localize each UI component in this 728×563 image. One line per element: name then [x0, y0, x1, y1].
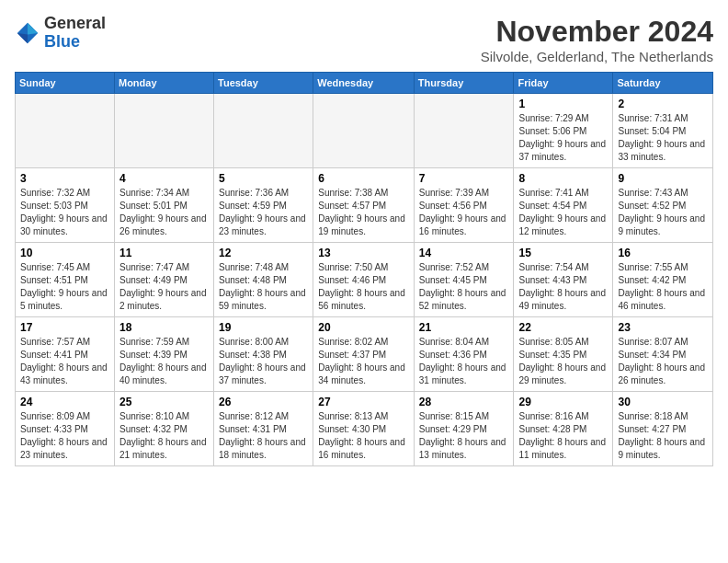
day-number: 22	[518, 321, 608, 334]
calendar-cell: 13Sunrise: 7:50 AM Sunset: 4:46 PM Dayli…	[313, 243, 415, 317]
svg-marker-2	[17, 33, 28, 43]
calendar-cell: 20Sunrise: 8:02 AM Sunset: 4:37 PM Dayli…	[313, 317, 415, 392]
weekday-header: Monday	[114, 73, 213, 94]
calendar-cell: 9Sunrise: 7:43 AM Sunset: 4:52 PM Daylig…	[613, 168, 713, 243]
day-info: Sunrise: 7:43 AM Sunset: 4:52 PM Dayligh…	[618, 187, 708, 238]
calendar-cell	[214, 94, 313, 168]
day-number: 25	[119, 396, 209, 408]
weekday-header: Tuesday	[214, 73, 313, 94]
day-info: Sunrise: 8:09 AM Sunset: 4:33 PM Dayligh…	[20, 410, 109, 462]
calendar-cell: 19Sunrise: 8:00 AM Sunset: 4:38 PM Dayli…	[214, 317, 313, 392]
day-number: 4	[119, 172, 209, 185]
day-info: Sunrise: 7:31 AM Sunset: 5:04 PM Dayligh…	[618, 112, 708, 164]
day-number: 26	[219, 396, 308, 408]
calendar-week-row: 1Sunrise: 7:29 AM Sunset: 5:06 PM Daylig…	[16, 94, 713, 168]
calendar-cell: 26Sunrise: 8:12 AM Sunset: 4:31 PM Dayli…	[214, 392, 313, 466]
day-number: 14	[419, 247, 509, 259]
day-number: 23	[618, 321, 708, 334]
day-info: Sunrise: 7:36 AM Sunset: 4:59 PM Dayligh…	[219, 187, 308, 238]
calendar-cell: 5Sunrise: 7:36 AM Sunset: 4:59 PM Daylig…	[214, 168, 313, 243]
day-info: Sunrise: 7:34 AM Sunset: 5:01 PM Dayligh…	[119, 187, 209, 238]
day-number: 15	[518, 247, 608, 259]
calendar-cell: 30Sunrise: 8:18 AM Sunset: 4:27 PM Dayli…	[613, 392, 713, 466]
day-info: Sunrise: 7:41 AM Sunset: 4:54 PM Dayligh…	[518, 187, 608, 238]
calendar-cell: 1Sunrise: 7:29 AM Sunset: 5:06 PM Daylig…	[514, 94, 613, 168]
page-header: General Blue November 2024 Silvolde, Gel…	[15, 15, 713, 64]
day-number: 30	[618, 396, 708, 408]
day-info: Sunrise: 7:32 AM Sunset: 5:03 PM Dayligh…	[20, 187, 109, 238]
calendar-cell: 11Sunrise: 7:47 AM Sunset: 4:49 PM Dayli…	[114, 243, 213, 317]
day-number: 18	[119, 321, 209, 334]
day-number: 6	[318, 172, 409, 185]
month-title: November 2024	[481, 15, 713, 49]
calendar-week-row: 10Sunrise: 7:45 AM Sunset: 4:51 PM Dayli…	[16, 243, 713, 317]
day-info: Sunrise: 8:12 AM Sunset: 4:31 PM Dayligh…	[219, 410, 308, 462]
weekday-header: Friday	[514, 73, 613, 94]
day-info: Sunrise: 8:00 AM Sunset: 4:38 PM Dayligh…	[219, 336, 308, 387]
day-number: 28	[419, 396, 509, 408]
day-info: Sunrise: 7:54 AM Sunset: 4:43 PM Dayligh…	[518, 261, 608, 313]
day-info: Sunrise: 7:57 AM Sunset: 4:41 PM Dayligh…	[20, 336, 109, 387]
calendar-week-row: 24Sunrise: 8:09 AM Sunset: 4:33 PM Dayli…	[16, 392, 713, 466]
title-block: November 2024 Silvolde, Gelderland, The …	[481, 15, 713, 64]
day-number: 24	[20, 396, 109, 408]
day-info: Sunrise: 8:05 AM Sunset: 4:35 PM Dayligh…	[518, 336, 608, 387]
day-number: 20	[318, 321, 409, 334]
calendar-cell: 25Sunrise: 8:10 AM Sunset: 4:32 PM Dayli…	[114, 392, 213, 466]
day-number: 9	[618, 172, 708, 185]
day-number: 10	[20, 247, 109, 259]
day-number: 29	[518, 396, 608, 408]
day-info: Sunrise: 7:39 AM Sunset: 4:56 PM Dayligh…	[419, 187, 509, 238]
location-text: Silvolde, Gelderland, The Netherlands	[481, 49, 713, 64]
day-number: 21	[419, 321, 509, 334]
day-info: Sunrise: 8:13 AM Sunset: 4:30 PM Dayligh…	[318, 410, 409, 462]
day-number: 27	[318, 396, 409, 408]
day-info: Sunrise: 8:04 AM Sunset: 4:36 PM Dayligh…	[419, 336, 509, 387]
day-info: Sunrise: 8:02 AM Sunset: 4:37 PM Dayligh…	[318, 336, 409, 387]
weekday-header: Saturday	[613, 73, 713, 94]
day-number: 12	[219, 247, 308, 259]
calendar-cell: 16Sunrise: 7:55 AM Sunset: 4:42 PM Dayli…	[613, 243, 713, 317]
logo-general-text: General	[44, 14, 106, 32]
day-number: 13	[318, 247, 409, 259]
day-number: 1	[518, 98, 608, 110]
calendar-cell: 12Sunrise: 7:48 AM Sunset: 4:48 PM Dayli…	[214, 243, 313, 317]
calendar-cell: 4Sunrise: 7:34 AM Sunset: 5:01 PM Daylig…	[114, 168, 213, 243]
day-info: Sunrise: 7:52 AM Sunset: 4:45 PM Dayligh…	[419, 261, 509, 313]
day-info: Sunrise: 7:59 AM Sunset: 4:39 PM Dayligh…	[119, 336, 209, 387]
day-info: Sunrise: 7:55 AM Sunset: 4:42 PM Dayligh…	[618, 261, 708, 313]
day-info: Sunrise: 7:38 AM Sunset: 4:57 PM Dayligh…	[318, 187, 409, 238]
weekday-header: Thursday	[414, 73, 514, 94]
calendar-cell: 23Sunrise: 8:07 AM Sunset: 4:34 PM Dayli…	[613, 317, 713, 392]
day-number: 5	[219, 172, 308, 185]
calendar-cell: 18Sunrise: 7:59 AM Sunset: 4:39 PM Dayli…	[114, 317, 213, 392]
weekday-header: Sunday	[16, 73, 115, 94]
calendar-cell: 6Sunrise: 7:38 AM Sunset: 4:57 PM Daylig…	[313, 168, 415, 243]
logo: General Blue	[15, 15, 106, 52]
calendar-cell	[414, 94, 514, 168]
day-info: Sunrise: 7:48 AM Sunset: 4:48 PM Dayligh…	[219, 261, 308, 313]
calendar-header-row: SundayMondayTuesdayWednesdayThursdayFrid…	[16, 73, 713, 94]
logo-icon	[15, 20, 40, 46]
calendar-cell: 29Sunrise: 8:16 AM Sunset: 4:28 PM Dayli…	[514, 392, 613, 466]
calendar-week-row: 3Sunrise: 7:32 AM Sunset: 5:03 PM Daylig…	[16, 168, 713, 243]
day-number: 17	[20, 321, 109, 334]
day-number: 8	[518, 172, 608, 185]
day-number: 11	[119, 247, 209, 259]
calendar-cell: 10Sunrise: 7:45 AM Sunset: 4:51 PM Dayli…	[16, 243, 115, 317]
calendar-cell: 22Sunrise: 8:05 AM Sunset: 4:35 PM Dayli…	[514, 317, 613, 392]
svg-marker-1	[28, 23, 38, 35]
calendar-cell: 14Sunrise: 7:52 AM Sunset: 4:45 PM Dayli…	[414, 243, 514, 317]
day-number: 19	[219, 321, 308, 334]
calendar-cell: 17Sunrise: 7:57 AM Sunset: 4:41 PM Dayli…	[16, 317, 115, 392]
calendar-cell	[16, 94, 115, 168]
calendar-cell	[313, 94, 415, 168]
day-info: Sunrise: 8:16 AM Sunset: 4:28 PM Dayligh…	[518, 410, 608, 462]
calendar-week-row: 17Sunrise: 7:57 AM Sunset: 4:41 PM Dayli…	[16, 317, 713, 392]
calendar-cell: 2Sunrise: 7:31 AM Sunset: 5:04 PM Daylig…	[613, 94, 713, 168]
calendar-cell: 7Sunrise: 7:39 AM Sunset: 4:56 PM Daylig…	[414, 168, 514, 243]
calendar-cell: 21Sunrise: 8:04 AM Sunset: 4:36 PM Dayli…	[414, 317, 514, 392]
day-info: Sunrise: 8:07 AM Sunset: 4:34 PM Dayligh…	[618, 336, 708, 387]
day-number: 7	[419, 172, 509, 185]
day-info: Sunrise: 8:18 AM Sunset: 4:27 PM Dayligh…	[618, 410, 708, 462]
